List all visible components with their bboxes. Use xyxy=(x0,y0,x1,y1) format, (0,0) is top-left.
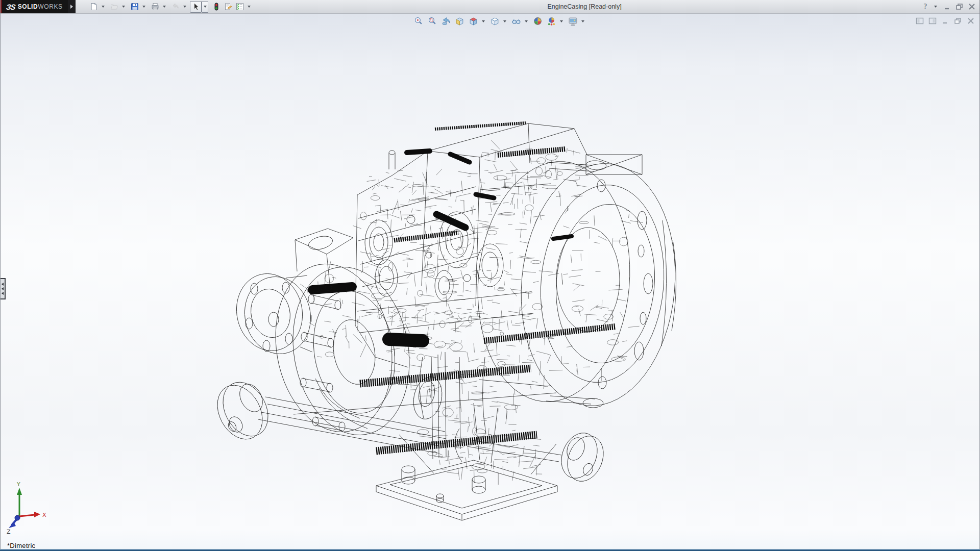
display-style-dropdown[interactable] xyxy=(502,15,508,27)
select-button[interactable] xyxy=(190,1,202,13)
zoom-to-fit-icon xyxy=(413,16,423,26)
view-orientation-button[interactable] xyxy=(467,14,480,28)
chevron-down-icon xyxy=(122,6,125,8)
logo-mark: ЗS xyxy=(6,3,15,11)
view-orientation-icon xyxy=(469,16,478,26)
chevron-down-icon xyxy=(525,20,528,22)
arrow-left-icon xyxy=(2,287,4,290)
view-settings-icon xyxy=(568,16,578,26)
view-settings-button[interactable] xyxy=(566,14,580,28)
select-cursor-icon xyxy=(192,3,200,11)
triad-x-label: X xyxy=(42,512,46,518)
close-button[interactable] xyxy=(966,2,977,12)
arrow-left-icon xyxy=(2,292,4,295)
previous-view-icon xyxy=(441,16,451,26)
help-icon: ? xyxy=(924,3,927,11)
save-button[interactable] xyxy=(129,1,140,13)
options-button[interactable] xyxy=(234,1,246,13)
minimize-button[interactable] xyxy=(942,2,953,12)
triad-y-label: Y xyxy=(16,481,20,488)
save-dropdown[interactable] xyxy=(140,1,147,13)
open-folder-icon xyxy=(110,3,118,11)
window-bottom-edge xyxy=(0,549,980,551)
menu-expand-arrow[interactable] xyxy=(68,0,76,13)
restore-icon xyxy=(954,17,962,24)
triad-z-label: Z xyxy=(7,529,11,535)
panel-left-icon xyxy=(916,17,924,24)
undo-dropdown[interactable] xyxy=(181,1,188,13)
doc-restore-button[interactable] xyxy=(952,16,963,25)
main-toolbar xyxy=(88,1,254,12)
zoom-to-fit-button[interactable] xyxy=(411,14,425,28)
open-dropdown[interactable] xyxy=(120,1,127,13)
help-dropdown[interactable] xyxy=(932,1,939,13)
restore-button[interactable] xyxy=(954,2,965,12)
print-icon xyxy=(151,3,159,11)
chevron-down-icon xyxy=(560,20,563,22)
view-orientation-dropdown[interactable] xyxy=(480,15,486,27)
logo-red-stripe xyxy=(0,0,2,13)
document-window-controls xyxy=(914,16,976,25)
select-dropdown[interactable] xyxy=(202,1,208,13)
new-document-button[interactable] xyxy=(88,1,100,13)
hide-show-items-icon xyxy=(511,16,521,26)
apply-scene-dropdown[interactable] xyxy=(558,15,565,27)
print-dropdown[interactable] xyxy=(161,1,167,13)
chevron-down-icon xyxy=(163,6,166,8)
logo-text-light: WORKS xyxy=(38,3,62,10)
chevron-down-icon xyxy=(934,6,937,8)
doc-minimize-button[interactable] xyxy=(940,16,950,25)
save-icon xyxy=(131,3,139,11)
section-view-icon xyxy=(455,16,464,26)
orientation-triad[interactable]: Y X Z xyxy=(7,481,46,535)
chevron-down-icon xyxy=(142,6,145,8)
feature-panel-collapsed-tab[interactable] xyxy=(0,278,6,299)
window-title: EngineCasing [Read-only] xyxy=(250,0,919,13)
headsup-toolbar xyxy=(411,14,587,28)
section-view-button[interactable] xyxy=(453,14,467,28)
undo-button[interactable] xyxy=(169,1,181,13)
rebuild-stoplight-icon xyxy=(212,3,220,11)
open-button[interactable] xyxy=(108,1,120,13)
apply-scene-button[interactable] xyxy=(545,14,558,28)
doc-close-button[interactable] xyxy=(965,16,976,25)
hide-show-items-dropdown[interactable] xyxy=(523,15,529,27)
chevron-down-icon xyxy=(482,20,485,22)
undo-icon xyxy=(172,3,180,11)
arrow-left-icon xyxy=(2,283,4,286)
print-button[interactable] xyxy=(149,1,161,13)
titlebar[interactable]: ЗS SOLID WORKS EngineCasing [Read-only] … xyxy=(0,0,980,14)
previous-view-button[interactable] xyxy=(439,14,453,28)
help-button[interactable]: ? xyxy=(920,2,931,12)
pane-left-button[interactable] xyxy=(914,16,925,25)
chevron-down-icon xyxy=(183,6,186,8)
window-controls: ? xyxy=(920,0,977,13)
arrow-right-icon xyxy=(70,5,73,9)
close-icon xyxy=(967,17,975,24)
zoom-to-area-button[interactable] xyxy=(425,14,439,28)
graphics-viewport[interactable]: Y X Z xyxy=(0,13,980,551)
chevron-down-icon xyxy=(102,6,105,8)
new-document-dropdown[interactable] xyxy=(100,1,106,13)
chevron-down-icon xyxy=(204,6,207,8)
solidworks-window: ЗS SOLID WORKS EngineCasing [Read-only] … xyxy=(0,0,980,551)
edit-appearance-button[interactable] xyxy=(531,14,545,28)
file-properties-button[interactable] xyxy=(222,1,234,13)
pane-right-button[interactable] xyxy=(927,16,938,25)
hide-show-items-button[interactable] xyxy=(509,14,523,28)
display-style-button[interactable] xyxy=(488,14,502,28)
restore-icon xyxy=(955,3,964,10)
view-settings-dropdown[interactable] xyxy=(580,15,586,27)
apply-scene-icon xyxy=(547,16,556,26)
chevron-down-icon xyxy=(503,20,506,22)
wireframe-model: Y X Z xyxy=(0,13,980,551)
minimize-icon xyxy=(943,3,951,10)
logo-text-bold: SOLID xyxy=(18,3,38,10)
solidworks-logo: ЗS SOLID WORKS xyxy=(0,0,68,13)
file-properties-icon xyxy=(224,3,232,11)
options-checklist-icon xyxy=(236,3,244,11)
rebuild-button[interactable] xyxy=(210,1,222,13)
display-style-icon xyxy=(490,16,500,26)
view-orientation-label: *Dimetric xyxy=(7,542,35,549)
panel-right-icon xyxy=(928,17,937,24)
